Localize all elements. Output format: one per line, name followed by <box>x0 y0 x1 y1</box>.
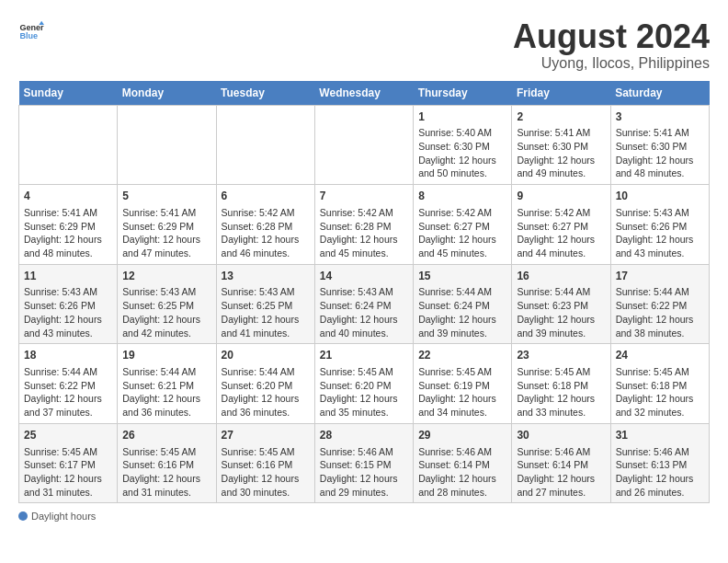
sunrise-line: Sunrise: 5:44 AM <box>616 285 704 299</box>
calendar-cell: 3Sunrise: 5:41 AMSunset: 6:30 PMDaylight… <box>610 105 709 185</box>
daylight-line: Daylight: 12 hours and 43 minutes. <box>24 313 112 339</box>
sunrise-line: Sunrise: 5:44 AM <box>222 365 310 379</box>
sunrise-line: Sunrise: 5:44 AM <box>418 285 506 299</box>
sunrise-line: Sunrise: 5:46 AM <box>418 445 506 459</box>
logo: General Blue <box>18 18 44 44</box>
sunrise-line: Sunrise: 5:45 AM <box>24 445 112 459</box>
calendar-cell: 13Sunrise: 5:43 AMSunset: 6:25 PMDayligh… <box>216 264 314 344</box>
calendar-cell: 9Sunrise: 5:42 AMSunset: 6:27 PMDaylight… <box>512 185 610 265</box>
sunrise-line: Sunrise: 5:45 AM <box>418 365 506 379</box>
day-number: 14 <box>320 269 408 284</box>
legend-daylight: Daylight hours <box>18 511 96 522</box>
calendar-subtitle: Uyong, Ilocos, Philippines <box>513 55 710 72</box>
day-number: 23 <box>517 348 605 363</box>
title-block: August 2024 Uyong, Ilocos, Philippines <box>513 18 710 72</box>
sunrise-line: Sunrise: 5:44 AM <box>24 365 112 379</box>
sunset-line: Sunset: 6:26 PM <box>24 299 112 313</box>
sunset-line: Sunset: 6:23 PM <box>517 299 605 313</box>
daylight-line: Daylight: 12 hours and 42 minutes. <box>122 313 210 339</box>
calendar-cell: 29Sunrise: 5:46 AMSunset: 6:14 PMDayligh… <box>414 423 512 503</box>
day-number: 30 <box>517 428 605 443</box>
calendar-header-row: SundayMondayTuesdayWednesdayThursdayFrid… <box>19 81 710 106</box>
calendar-cell: 19Sunrise: 5:44 AMSunset: 6:21 PMDayligh… <box>118 344 216 424</box>
calendar-week-1: 1Sunrise: 5:40 AMSunset: 6:30 PMDaylight… <box>19 105 710 185</box>
header-monday: Monday <box>118 81 216 106</box>
sunrise-line: Sunrise: 5:43 AM <box>616 206 704 220</box>
page-header: General Blue August 2024 Uyong, Ilocos, … <box>18 18 710 72</box>
sunset-line: Sunset: 6:15 PM <box>320 458 408 472</box>
daylight-line: Daylight: 12 hours and 36 minutes. <box>222 392 310 419</box>
sunrise-line: Sunrise: 5:44 AM <box>122 365 210 379</box>
day-number: 7 <box>320 189 408 204</box>
calendar-cell: 25Sunrise: 5:45 AMSunset: 6:17 PMDayligh… <box>19 423 118 503</box>
daylight-line: Daylight: 12 hours and 39 minutes. <box>418 313 506 339</box>
calendar-cell: 10Sunrise: 5:43 AMSunset: 6:26 PMDayligh… <box>610 185 709 265</box>
calendar-cell: 31Sunrise: 5:46 AMSunset: 6:13 PMDayligh… <box>610 423 709 503</box>
sunset-line: Sunset: 6:29 PM <box>24 220 112 234</box>
day-number: 3 <box>616 109 704 125</box>
calendar-cell: 18Sunrise: 5:44 AMSunset: 6:22 PMDayligh… <box>19 344 118 424</box>
calendar-cell <box>118 105 216 185</box>
day-number: 27 <box>222 428 310 443</box>
day-number: 11 <box>24 269 112 284</box>
calendar-cell: 23Sunrise: 5:45 AMSunset: 6:18 PMDayligh… <box>512 344 610 424</box>
calendar-cell: 7Sunrise: 5:42 AMSunset: 6:28 PMDaylight… <box>314 185 413 265</box>
day-number: 4 <box>24 189 112 204</box>
sunrise-line: Sunrise: 5:45 AM <box>616 365 704 379</box>
sunset-line: Sunset: 6:30 PM <box>418 140 506 154</box>
day-number: 13 <box>222 269 310 284</box>
sunrise-line: Sunrise: 5:44 AM <box>517 285 605 299</box>
sunrise-line: Sunrise: 5:43 AM <box>222 285 310 299</box>
calendar-cell: 8Sunrise: 5:42 AMSunset: 6:27 PMDaylight… <box>414 185 512 265</box>
daylight-line: Daylight: 12 hours and 33 minutes. <box>517 392 605 419</box>
sunrise-line: Sunrise: 5:42 AM <box>517 206 605 220</box>
daylight-line: Daylight: 12 hours and 28 minutes. <box>418 472 506 499</box>
daylight-line: Daylight: 12 hours and 41 minutes. <box>222 313 310 339</box>
day-number: 10 <box>616 189 704 204</box>
daylight-line: Daylight: 12 hours and 37 minutes. <box>24 392 112 419</box>
sunset-line: Sunset: 6:22 PM <box>24 379 112 393</box>
sunset-line: Sunset: 6:13 PM <box>616 458 704 472</box>
day-number: 6 <box>222 189 310 204</box>
sunset-line: Sunset: 6:18 PM <box>517 379 605 393</box>
sunrise-line: Sunrise: 5:46 AM <box>616 445 704 459</box>
calendar-week-2: 4Sunrise: 5:41 AMSunset: 6:29 PMDaylight… <box>19 185 710 265</box>
daylight-line: Daylight: 12 hours and 32 minutes. <box>616 392 704 419</box>
daylight-line: Daylight: 12 hours and 46 minutes. <box>222 233 310 259</box>
header-thursday: Thursday <box>414 81 512 106</box>
daylight-line: Daylight: 12 hours and 31 minutes. <box>24 472 112 499</box>
day-number: 29 <box>418 428 506 443</box>
legend: Daylight hours <box>18 511 710 522</box>
day-number: 31 <box>616 428 704 443</box>
calendar-cell: 17Sunrise: 5:44 AMSunset: 6:22 PMDayligh… <box>610 264 709 344</box>
day-number: 9 <box>517 189 605 204</box>
daylight-line: Daylight: 12 hours and 43 minutes. <box>616 233 704 259</box>
sunset-line: Sunset: 6:27 PM <box>418 220 506 234</box>
daylight-line: Daylight: 12 hours and 39 minutes. <box>517 313 605 339</box>
sunset-line: Sunset: 6:24 PM <box>418 299 506 313</box>
day-number: 18 <box>24 348 112 363</box>
sunset-line: Sunset: 6:26 PM <box>616 220 704 234</box>
daylight-line: Daylight: 12 hours and 44 minutes. <box>517 233 605 259</box>
day-number: 25 <box>24 428 112 443</box>
daylight-line: Daylight: 12 hours and 40 minutes. <box>320 313 408 339</box>
day-number: 22 <box>418 348 506 363</box>
daylight-line: Daylight: 12 hours and 29 minutes. <box>320 472 408 499</box>
calendar-cell <box>19 105 118 185</box>
header-tuesday: Tuesday <box>216 81 314 106</box>
calendar-cell: 22Sunrise: 5:45 AMSunset: 6:19 PMDayligh… <box>414 344 512 424</box>
calendar-cell: 5Sunrise: 5:41 AMSunset: 6:29 PMDaylight… <box>118 185 216 265</box>
daylight-line: Daylight: 12 hours and 48 minutes. <box>616 154 704 180</box>
day-number: 20 <box>222 348 310 363</box>
daylight-line: Daylight: 12 hours and 38 minutes. <box>616 313 704 339</box>
sunrise-line: Sunrise: 5:42 AM <box>418 206 506 220</box>
daylight-line: Daylight: 12 hours and 48 minutes. <box>24 233 112 259</box>
day-number: 28 <box>320 428 408 443</box>
sunrise-line: Sunrise: 5:46 AM <box>517 445 605 459</box>
sunset-line: Sunset: 6:30 PM <box>616 140 704 154</box>
sunrise-line: Sunrise: 5:45 AM <box>517 365 605 379</box>
calendar-cell: 21Sunrise: 5:45 AMSunset: 6:20 PMDayligh… <box>314 344 413 424</box>
day-number: 16 <box>517 269 605 284</box>
calendar-title: August 2024 <box>513 18 710 55</box>
calendar-cell: 15Sunrise: 5:44 AMSunset: 6:24 PMDayligh… <box>414 264 512 344</box>
